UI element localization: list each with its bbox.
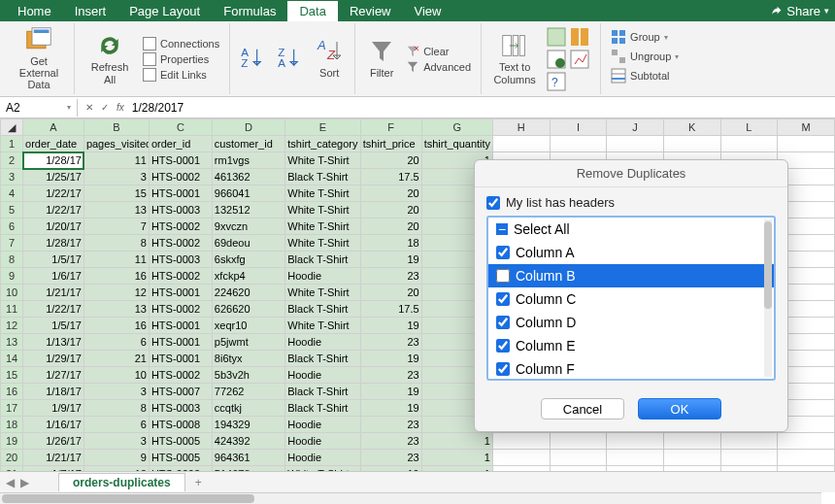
cell[interactable]: HTS-0002 <box>149 235 212 252</box>
cell[interactable]: HTS-0005 <box>149 433 212 450</box>
cell[interactable]: 132512 <box>212 202 284 218</box>
cell[interactable]: 1/20/17 <box>23 218 84 235</box>
cell[interactable]: 966041 <box>212 185 284 202</box>
checkbox[interactable] <box>496 269 510 283</box>
cell[interactable]: 461362 <box>212 169 284 185</box>
cell[interactable] <box>492 136 550 152</box>
cell[interactable]: White T-Shirt <box>285 285 361 301</box>
columns-listbox[interactable]: −Select AllColumn AColumn BColumn CColum… <box>486 216 776 381</box>
column-header[interactable]: C <box>149 119 212 136</box>
sheet-nav-next-icon[interactable]: ▶ <box>20 476 29 489</box>
cell[interactable]: 9 <box>84 450 149 466</box>
row-header[interactable]: 8 <box>1 252 23 268</box>
cell[interactable]: 21 <box>84 351 149 367</box>
ok-button[interactable]: OK <box>638 398 721 420</box>
cell[interactable]: HTS-0007 <box>149 384 212 400</box>
cell[interactable]: 1/22/17 <box>23 202 84 218</box>
cell[interactable] <box>663 433 720 450</box>
cell[interactable]: rm1vgs <box>212 152 284 169</box>
cell[interactable]: 20 <box>360 218 421 235</box>
cell[interactable]: HTS-0001 <box>149 351 212 367</box>
cell[interactable]: 9xvczn <box>212 218 284 235</box>
cell[interactable]: 13 <box>84 202 149 218</box>
cell[interactable]: 11 <box>84 252 149 268</box>
cell[interactable]: 424392 <box>212 433 284 450</box>
cell[interactable]: 20 <box>360 185 421 202</box>
add-sheet-button[interactable]: + <box>195 476 202 489</box>
cell[interactable] <box>778 433 835 450</box>
cell[interactable]: HTS-0001 <box>149 152 212 169</box>
cell[interactable]: HTS-0005 <box>149 450 212 466</box>
cell[interactable]: tshirt_quantity <box>421 136 492 152</box>
cell[interactable]: Black T-Shirt <box>285 169 361 185</box>
cell[interactable]: White T-Shirt <box>285 202 361 218</box>
cell[interactable]: HTS-0008 <box>149 417 212 433</box>
sort-button[interactable]: AZ Sort <box>310 26 349 92</box>
cell[interactable]: 8i6tyx <box>212 351 284 367</box>
cell[interactable]: HTS-0002 <box>149 301 212 318</box>
cell[interactable]: 20 <box>360 285 421 301</box>
cell[interactable]: 16 <box>84 268 149 285</box>
row-header[interactable]: 14 <box>1 351 23 367</box>
get-external-data-button[interactable]: Get External Data <box>10 25 68 91</box>
cell[interactable]: Black T-Shirt <box>285 384 361 400</box>
cell[interactable]: White T-Shirt <box>285 235 361 252</box>
cell[interactable]: 20 <box>360 202 421 218</box>
subtotal-button[interactable]: Subtotal <box>611 68 679 84</box>
cell[interactable]: 17.5 <box>360 301 421 318</box>
cell[interactable]: White T-Shirt <box>285 152 361 169</box>
column-header[interactable]: G <box>421 119 492 136</box>
cell[interactable]: 1/9/17 <box>23 400 84 417</box>
column-header[interactable]: K <box>663 119 720 136</box>
column-option[interactable]: Column E <box>488 334 774 357</box>
cell[interactable]: Hoodie <box>285 417 361 433</box>
has-headers-checkbox[interactable]: My list has headers <box>486 195 776 210</box>
connections-button[interactable]: Connections <box>143 37 219 50</box>
cell[interactable]: 964361 <box>212 450 284 466</box>
cell[interactable] <box>663 450 720 466</box>
data-validation-button[interactable] <box>546 49 567 70</box>
cell[interactable]: 1 <box>421 450 492 466</box>
cell[interactable]: 10 <box>84 367 149 384</box>
cancel-button[interactable]: Cancel <box>541 398 624 420</box>
cell[interactable] <box>778 450 835 466</box>
cell[interactable]: p5jwmt <box>212 334 284 351</box>
cell[interactable] <box>550 433 607 450</box>
cell[interactable]: White T-Shirt <box>285 185 361 202</box>
checkbox[interactable] <box>496 292 510 306</box>
row-header[interactable]: 15 <box>1 367 23 384</box>
column-option[interactable]: Column D <box>488 311 774 334</box>
column-header[interactable]: L <box>720 119 778 136</box>
row-header[interactable]: 10 <box>1 285 23 301</box>
edit-links-button[interactable]: Edit Links <box>143 68 219 82</box>
cell[interactable]: 5b3v2h <box>212 367 284 384</box>
remove-duplicates-button[interactable] <box>569 26 590 48</box>
cell[interactable]: 1/28/17 <box>23 235 84 252</box>
cell[interactable] <box>778 136 835 152</box>
cell[interactable]: 626620 <box>212 301 284 318</box>
cell[interactable]: HTS-0003 <box>149 202 212 218</box>
cell[interactable]: 1/5/17 <box>23 318 84 334</box>
ungroup-button[interactable]: Ungroup▾ <box>611 49 679 64</box>
cell[interactable]: HTS-0003 <box>149 400 212 417</box>
listbox-scrollbar[interactable] <box>764 219 772 377</box>
cell[interactable]: Hoodie <box>285 334 361 351</box>
sort-za-button[interactable]: ZA <box>273 26 306 92</box>
cell[interactable]: 1/29/17 <box>23 351 84 367</box>
cell[interactable]: 15 <box>84 185 149 202</box>
checkbox[interactable] <box>496 246 510 259</box>
cell[interactable] <box>550 136 607 152</box>
cell[interactable]: 1 <box>421 433 492 450</box>
cell[interactable]: 6skxfg <box>212 252 284 268</box>
sheet-tab[interactable]: orders-duplicates <box>58 473 185 491</box>
name-box[interactable]: A2▾ <box>0 99 78 117</box>
cell[interactable] <box>550 450 607 466</box>
share-button[interactable]: Share ▾ <box>770 4 829 18</box>
cell[interactable]: 1/18/17 <box>23 384 84 400</box>
cell[interactable]: 1/6/17 <box>23 268 84 285</box>
column-header[interactable]: E <box>285 119 361 136</box>
whatif-button[interactable]: ? <box>546 71 567 92</box>
cell[interactable]: 20 <box>360 152 421 169</box>
cell[interactable]: 23 <box>360 433 421 450</box>
row-header[interactable]: 5 <box>1 202 23 218</box>
